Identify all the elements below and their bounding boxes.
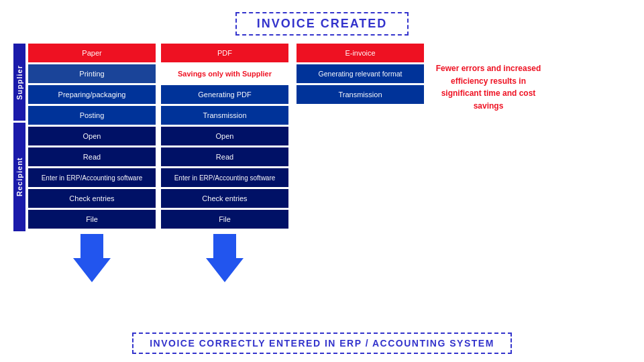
einvoice-row-format: Generating relevant format xyxy=(297,64,424,83)
paper-row-check: Check entries xyxy=(28,189,156,208)
invoice-bottom-label: INVOICE CORRECTLY ENTERED IN ERP / ACCOU… xyxy=(132,333,512,354)
pdf-row-generating: Generating PDF xyxy=(161,85,288,104)
paper-recipient-rows: Open Read Enter in ERP/Accounting softwa… xyxy=(28,127,156,229)
paper-row-read: Read xyxy=(28,147,156,166)
einvoice-col-wrapper: E-invoice Generating relevant format Tra… xyxy=(297,44,424,104)
bottom-label-wrapper: INVOICE CORRECTLY ENTERED IN ERP / ACCOU… xyxy=(13,333,631,354)
paper-supplier-rows: Paper Printing Preparing/packaging Posti… xyxy=(28,44,156,125)
page-wrapper: INVOICE CREATED Supplier Recipient Paper… xyxy=(0,0,644,362)
pdf-row-transmission: Transmission xyxy=(161,106,288,125)
einvoice-row-header: E-invoice xyxy=(297,44,424,62)
paper-row-preparing: Preparing/packaging xyxy=(28,85,156,104)
paper-arrow-head xyxy=(73,258,111,282)
pdf-recipient-rows: Open Read Enter in ERP/Accounting softwa… xyxy=(161,127,288,229)
pdf-row-read: Read xyxy=(161,147,288,166)
pdf-savings-text: Savings only with Supplier xyxy=(161,64,288,83)
paper-row-paper: Paper xyxy=(28,44,156,62)
pdf-row-open: Open xyxy=(161,127,288,145)
paper-col-wrapper: Paper Printing Preparing/packaging Posti… xyxy=(28,44,156,282)
paper-arrow xyxy=(73,234,111,282)
einvoice-info: Fewer errors and increased efficiency re… xyxy=(435,62,542,112)
einvoice-rows: E-invoice Generating relevant format Tra… xyxy=(297,44,424,104)
recipient-label: Recipient xyxy=(13,123,25,231)
pdf-row-pdf: PDF xyxy=(161,44,288,62)
pdf-column-group: PDF Savings only with Supplier Generatin… xyxy=(161,44,288,282)
invoice-created-label: INVOICE CREATED xyxy=(235,12,409,36)
pdf-arrow xyxy=(206,234,244,282)
pdf-row-file: File xyxy=(161,210,288,229)
einvoice-info-text: Fewer errors and increased efficiency re… xyxy=(435,62,542,112)
paper-row-file: File xyxy=(28,210,156,229)
pdf-supplier-rows: PDF Savings only with Supplier Generatin… xyxy=(161,44,288,125)
pdf-row-check: Check entries xyxy=(161,189,288,208)
pdf-row-erp: Enter in ERP/Accounting software xyxy=(161,168,288,187)
paper-row-erp: Enter in ERP/Accounting software xyxy=(28,168,156,187)
paper-row-open: Open xyxy=(28,127,156,145)
paper-arrow-shaft xyxy=(80,234,103,258)
side-labels: Supplier Recipient xyxy=(13,44,25,231)
einvoice-row-transmission: Transmission xyxy=(297,85,424,104)
paper-row-printing: Printing xyxy=(28,64,156,83)
supplier-label: Supplier xyxy=(13,44,25,121)
pdf-arrow-head xyxy=(206,258,244,282)
paper-row-posting: Posting xyxy=(28,106,156,125)
einvoice-group: E-invoice Generating relevant format Tra… xyxy=(297,44,542,112)
main-content: Supplier Recipient Paper Printing Prepar… xyxy=(13,44,631,328)
pdf-arrow-shaft xyxy=(213,234,236,258)
paper-column-group: Supplier Recipient Paper Printing Prepar… xyxy=(13,44,156,282)
